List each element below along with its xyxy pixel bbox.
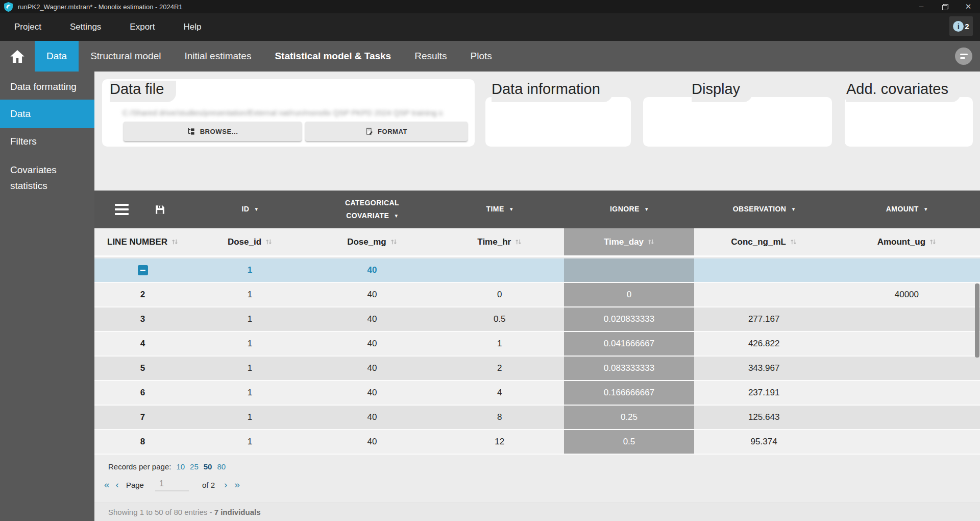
vertical-scrollbar-thumb[interactable] — [975, 283, 979, 358]
table-row[interactable]: 140 — [94, 258, 980, 283]
cell-conc_ng_ml: 237.191 — [694, 381, 833, 405]
sort-icon[interactable] — [790, 239, 797, 245]
chevron-down-icon: ▾ — [510, 206, 513, 212]
restore-icon — [942, 4, 947, 9]
table-row[interactable]: 8140120.595.374 — [94, 430, 980, 455]
cell-dose_mg: 40 — [309, 307, 435, 331]
cell-amount_ug: 40000 — [834, 283, 980, 306]
sort-icon[interactable] — [515, 239, 522, 245]
column-header-label: Conc_ng_mL — [731, 237, 786, 247]
column-header-time_hr: Time_hr — [435, 228, 564, 255]
notifications-badge[interactable]: i 2 — [949, 16, 973, 36]
page-number-input[interactable] — [155, 478, 189, 491]
info-icon: i — [953, 21, 964, 32]
table-row[interactable]: 31400.50.020833333277.167 — [94, 307, 980, 332]
column-group-categorical-covariate[interactable]: CATEGORICAL COVARIATE ▾ — [309, 191, 435, 228]
menu-item-export[interactable]: Export — [130, 22, 155, 32]
tab-statistical-model-tasks[interactable]: Statistical model & Tasks — [263, 41, 403, 72]
previous-page-button[interactable]: ‹ — [116, 479, 119, 490]
cell-dose_id: 1 — [191, 307, 309, 331]
browse-button[interactable]: BROWSE... — [124, 122, 302, 141]
line-number-cell: 7 — [94, 406, 191, 429]
data-file-path[interactable]: C:/Shared drive/studies/presentation/Ext… — [122, 108, 454, 117]
column-group-time[interactable]: TIME ▾ — [435, 191, 564, 228]
menu-item-project[interactable]: Project — [14, 22, 41, 32]
chevron-down-icon: ▾ — [792, 206, 795, 212]
records-option-80[interactable]: 80 — [217, 462, 226, 471]
next-page-button[interactable]: › — [224, 479, 227, 490]
column-group-amount[interactable]: AMOUNT ▾ — [834, 191, 980, 228]
records-option-50[interactable]: 50 — [204, 462, 212, 471]
menu-item-settings[interactable]: Settings — [70, 22, 101, 32]
column-group-label: OBSERVATION ▾ — [733, 203, 795, 216]
data-file-title: Data file — [110, 81, 176, 102]
format-button[interactable]: FORMAT — [305, 122, 468, 141]
cell-dose_id: 1 — [191, 357, 309, 380]
tab-results[interactable]: Results — [403, 41, 458, 72]
browse-label: BROWSE... — [200, 128, 238, 135]
table-row[interactable]: 514020.083333333343.967 — [94, 357, 980, 381]
column-group-ignore[interactable]: IGNORE ▾ — [564, 191, 695, 228]
tab-data[interactable]: Data — [35, 41, 79, 72]
cell-dose_id: 1 — [191, 381, 309, 405]
column-group-observation[interactable]: OBSERVATION ▾ — [694, 191, 833, 228]
cell-dose_id: 1 — [191, 332, 309, 356]
column-group-label: TIME ▾ — [486, 203, 513, 216]
content-area: C:/Shared drive/studies/presentation/Ext… — [94, 72, 980, 521]
cell-conc_ng_ml — [694, 283, 833, 306]
table-row[interactable]: 714080.25125.643 — [94, 406, 980, 430]
menu-bar: ProjectSettingsExportHelp i 2 — [0, 13, 980, 41]
cell-conc_ng_ml: 95.374 — [694, 430, 833, 454]
save-icon[interactable] — [155, 205, 165, 215]
table-toolbar — [94, 191, 191, 228]
records-option-10[interactable]: 10 — [176, 462, 185, 471]
cell-time_day: 0.020833333 — [564, 307, 695, 331]
cell-time_hr: 8 — [435, 406, 564, 429]
minimize-button[interactable]: ─ — [910, 0, 933, 13]
sidebar-item-filters[interactable]: Filters — [0, 128, 94, 155]
table-row[interactable]: 414010.041666667426.822 — [94, 332, 980, 357]
add-covariates-card — [845, 97, 973, 147]
sort-icon[interactable] — [172, 239, 178, 245]
column-group-label: IGNORE ▾ — [610, 203, 648, 216]
sort-icon[interactable] — [390, 239, 397, 245]
chevron-down-icon: ▾ — [645, 206, 648, 212]
cell-time_hr: 0.5 — [435, 307, 564, 331]
sidebar: Data formattingDataFiltersCovariates sta… — [0, 72, 94, 521]
cell-time_hr: 0 — [435, 283, 564, 306]
close-button[interactable]: ✕ — [957, 0, 980, 13]
collapse-row-icon[interactable] — [138, 265, 148, 275]
sort-icon[interactable] — [929, 239, 936, 245]
column-header-label: Time_day — [604, 237, 644, 247]
cell-dose_id: 1 — [191, 283, 309, 306]
page-count-label: of 2 — [202, 481, 215, 489]
sidebar-item-data-formatting[interactable]: Data formatting — [0, 72, 77, 100]
column-group-id[interactable]: ID ▾ — [191, 191, 309, 228]
sidebar-item-data[interactable]: Data — [0, 100, 94, 128]
home-button[interactable] — [0, 41, 35, 72]
maximize-button[interactable] — [933, 0, 957, 13]
column-header-label: Dose_mg — [347, 237, 386, 247]
column-header-row: LINE NUMBER Dose_id Dose_mg Time_hr Time… — [94, 228, 980, 257]
sidebar-item-covariates-statistics[interactable]: Covariates statistics — [0, 155, 77, 199]
cell-time_day: 0.041666667 — [564, 332, 695, 356]
column-header-dose_id: Dose_id — [191, 228, 309, 255]
last-page-button[interactable]: » — [234, 479, 240, 490]
sort-icon[interactable] — [648, 239, 654, 245]
tab-structural-model[interactable]: Structural model — [79, 41, 173, 72]
cell-dose_mg: 40 — [309, 258, 435, 282]
home-icon — [10, 50, 24, 63]
sort-icon[interactable] — [265, 239, 272, 245]
table-menu-icon[interactable] — [115, 204, 129, 215]
table-row[interactable]: 21400040000 — [94, 283, 980, 307]
first-page-button[interactable]: « — [104, 479, 110, 490]
tab-plots[interactable]: Plots — [459, 41, 504, 72]
cell-time_day: 0.5 — [564, 430, 695, 454]
records-option-25[interactable]: 25 — [190, 462, 199, 471]
document-edit-icon — [365, 128, 373, 135]
tab-initial-estimates[interactable]: Initial estimates — [173, 41, 263, 72]
menu-item-help[interactable]: Help — [184, 22, 202, 32]
table-row[interactable]: 614040.166666667237.191 — [94, 381, 980, 406]
comments-button[interactable] — [955, 48, 972, 65]
line-number-cell: 8 — [94, 430, 191, 454]
